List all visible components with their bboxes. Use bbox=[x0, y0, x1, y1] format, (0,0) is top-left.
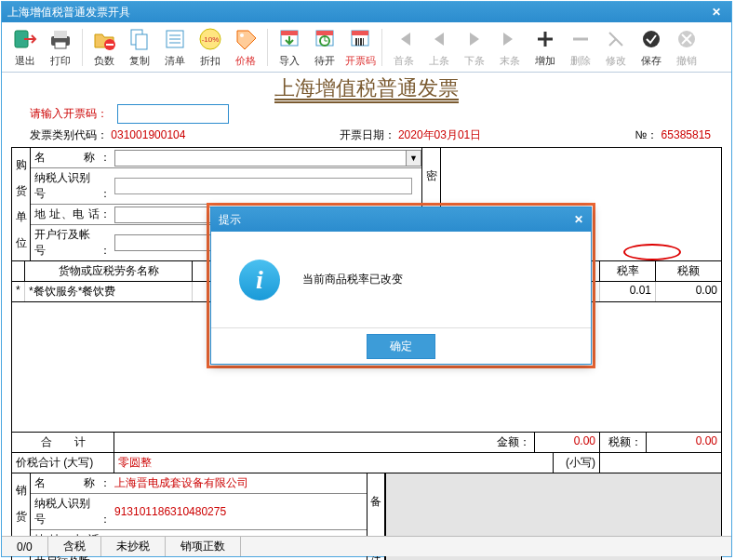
last-icon bbox=[497, 26, 523, 52]
status-salemode: 销项正数 bbox=[166, 537, 241, 556]
ticket-button[interactable]: 开票码 bbox=[342, 24, 378, 70]
list-icon bbox=[162, 26, 188, 52]
print-icon bbox=[47, 26, 74, 52]
print-button[interactable]: 打印 bbox=[43, 24, 78, 70]
first-icon bbox=[391, 26, 417, 52]
class-code-label: 发票类别代码： bbox=[30, 128, 108, 141]
price-icon bbox=[233, 26, 259, 52]
no-value: 65385815 bbox=[662, 128, 711, 141]
svg-rect-25 bbox=[358, 38, 359, 46]
ticket-prompt: 请输入开票码： bbox=[30, 106, 108, 122]
import-button[interactable]: 导入 bbox=[272, 24, 307, 70]
toolbar: 退出 打印 负数 复制 清单 -10%折扣 价格 导入 待开 开票码 首条 上条… bbox=[2, 22, 731, 73]
svg-rect-26 bbox=[360, 38, 362, 46]
plus-icon bbox=[532, 26, 558, 52]
no-label: №： bbox=[635, 128, 658, 141]
sum-cap-row: 价税合计 (大写) 零圆整 (小写) bbox=[11, 453, 722, 473]
next-icon bbox=[461, 26, 488, 52]
exit-button[interactable]: 退出 bbox=[7, 24, 43, 70]
status-copymode: 未抄税 bbox=[101, 537, 166, 556]
modal-titlebar: 提示 ✕ bbox=[211, 207, 591, 232]
svg-rect-24 bbox=[355, 38, 357, 46]
svg-rect-27 bbox=[363, 38, 364, 46]
svg-rect-3 bbox=[55, 42, 66, 48]
copy-button[interactable]: 复制 bbox=[122, 24, 157, 70]
ticket-icon bbox=[347, 26, 373, 52]
seller-taxid: 913101186310480275 bbox=[114, 505, 226, 518]
modal-message: 当前商品税率已改变 bbox=[302, 272, 403, 287]
chevron-down-icon[interactable]: ▼ bbox=[406, 151, 421, 166]
svg-rect-16 bbox=[281, 31, 298, 35]
discount-icon: -10% bbox=[197, 26, 223, 52]
minus-icon bbox=[568, 26, 594, 52]
prev-button[interactable]: 上条 bbox=[421, 24, 457, 70]
svg-rect-18 bbox=[316, 31, 333, 35]
info-modal: 提示 ✕ i 当前商品税率已改变 确定 bbox=[210, 207, 592, 365]
undo-icon bbox=[674, 26, 700, 52]
date-label: 开票日期： bbox=[340, 128, 395, 141]
exit-icon bbox=[12, 26, 38, 52]
svg-point-14 bbox=[240, 33, 244, 37]
modal-ok-button[interactable]: 确定 bbox=[367, 334, 435, 359]
wait-icon bbox=[312, 26, 338, 52]
status-bar: 0/0 含税 未抄税 销项正数 bbox=[2, 536, 731, 556]
seller-name: 上海晋电成套设备有限公司 bbox=[114, 475, 248, 491]
close-icon[interactable]: ✕ bbox=[707, 6, 726, 19]
next-button[interactable]: 下条 bbox=[457, 24, 492, 70]
buyer-taxid-input[interactable] bbox=[114, 178, 412, 194]
list-button[interactable]: 清单 bbox=[157, 24, 193, 70]
svg-rect-5 bbox=[106, 44, 114, 46]
date-value: 2020年03月01日 bbox=[398, 128, 481, 141]
first-button[interactable]: 首条 bbox=[386, 24, 421, 70]
buyer-side-label: 购货单位 bbox=[12, 148, 31, 260]
info-icon: i bbox=[239, 260, 280, 300]
sum-total-row: 合 计 金额： 0.00 税额： 0.00 bbox=[11, 433, 722, 453]
del-button[interactable]: 删除 bbox=[563, 24, 598, 70]
status-count: 0/0 bbox=[2, 537, 48, 556]
svg-text:-10%: -10% bbox=[202, 35, 220, 44]
undo-button[interactable]: 撤销 bbox=[669, 24, 704, 70]
neg-button[interactable]: 负数 bbox=[87, 24, 122, 70]
save-button[interactable]: 保存 bbox=[634, 24, 669, 70]
class-code: 031001900104 bbox=[111, 128, 185, 141]
modal-close-icon[interactable]: ✕ bbox=[574, 213, 583, 226]
prev-icon bbox=[426, 26, 452, 52]
import-icon bbox=[276, 26, 302, 52]
modal-title: 提示 bbox=[219, 212, 241, 228]
last-button[interactable]: 末条 bbox=[492, 24, 528, 70]
window-title: 上海增值税普通发票开具 bbox=[7, 5, 130, 20]
svg-rect-2 bbox=[54, 31, 67, 38]
svg-rect-23 bbox=[352, 31, 368, 35]
svg-rect-7 bbox=[136, 34, 147, 49]
ticket-input[interactable] bbox=[117, 104, 229, 124]
doc-title: 上海增值税普通发票 bbox=[2, 73, 731, 102]
wait-button[interactable]: 待开 bbox=[307, 24, 342, 70]
buyer-name-input[interactable]: ▼ bbox=[114, 150, 421, 167]
copy-icon bbox=[127, 26, 153, 52]
folder-neg-icon bbox=[91, 26, 117, 52]
edit-icon bbox=[603, 26, 629, 52]
add-button[interactable]: 增加 bbox=[528, 24, 563, 70]
window-titlebar: 上海增值税普通发票开具 ✕ bbox=[2, 2, 731, 22]
price-button[interactable]: 价格 bbox=[228, 24, 263, 70]
status-taxmode: 含税 bbox=[48, 537, 101, 556]
discount-button[interactable]: -10%折扣 bbox=[193, 24, 228, 70]
svg-point-28 bbox=[643, 31, 660, 47]
save-icon bbox=[638, 26, 664, 52]
edit-button[interactable]: 修改 bbox=[598, 24, 634, 70]
